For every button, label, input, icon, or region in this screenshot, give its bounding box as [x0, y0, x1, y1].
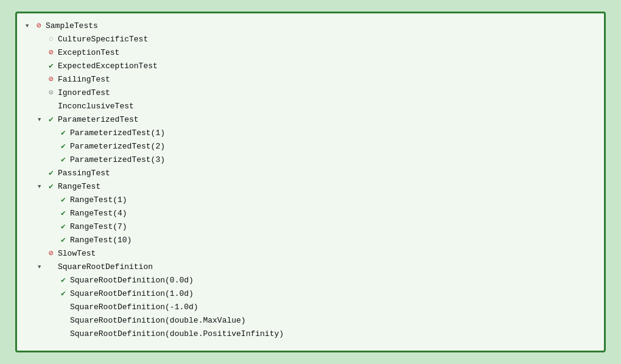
tree-item-label: ExceptionTest: [58, 46, 119, 60]
icon-none: [58, 327, 68, 341]
tree-arrow[interactable]: ▼: [26, 19, 34, 33]
tree-item[interactable]: ✔ParameterizedTest(1): [26, 127, 595, 140]
tree-item-label: ParameterizedTest: [58, 113, 139, 127]
tree-item[interactable]: ▼✔RangeTest: [26, 180, 595, 194]
tree-arrow[interactable]: [38, 46, 46, 60]
tree-item-label: SquareRootDefinition(double.PositiveInfi…: [70, 327, 284, 341]
tree-item-label: SquareRootDefinition(1.0d): [70, 287, 194, 301]
tree-item[interactable]: ⊘FailingTest: [26, 73, 595, 86]
test-tree-panel: ▼⊘SampleTests ○CultureSpecificTest ⊘Exce…: [15, 12, 606, 352]
icon-pass: ✔: [46, 167, 56, 180]
tree-arrow[interactable]: [50, 234, 58, 247]
tree-item[interactable]: SquareRootDefinition(double.PositiveInfi…: [26, 327, 595, 341]
tree-arrow[interactable]: [50, 327, 58, 341]
tree-arrow[interactable]: [38, 60, 46, 73]
tree-item[interactable]: ✔RangeTest(7): [26, 220, 595, 234]
icon-fail: ⊘: [46, 46, 56, 60]
tree-item-label: ParameterizedTest(1): [70, 127, 165, 140]
tree-arrow[interactable]: [38, 167, 46, 180]
tree-item[interactable]: InconclusiveTest: [26, 100, 595, 113]
icon-fail: ⊘: [34, 19, 44, 33]
tree-arrow[interactable]: [50, 287, 58, 301]
icon-fail: ⊘: [46, 73, 56, 86]
tree-arrow[interactable]: [38, 86, 46, 100]
tree-item[interactable]: ▼⊘SampleTests: [26, 19, 595, 33]
tree-item-label: SquareRootDefinition(-1.0d): [70, 301, 198, 314]
icon-pass: ✔: [46, 180, 56, 194]
tree-arrow[interactable]: [38, 33, 46, 46]
tree-item-label: PassingTest: [58, 167, 110, 180]
icon-none: [58, 314, 68, 327]
tree-item[interactable]: ▼ SquareRootDefinition: [26, 261, 595, 274]
icon-pass: ✔: [58, 207, 68, 220]
icon-pass: ✔: [58, 287, 68, 301]
tree-item[interactable]: ✔PassingTest: [26, 167, 595, 180]
tree-item[interactable]: ✔RangeTest(4): [26, 207, 595, 220]
tree-item-label: ExpectedExceptionTest: [58, 60, 158, 73]
tree-arrow[interactable]: [38, 100, 46, 113]
tree-arrow[interactable]: [38, 73, 46, 86]
tree-item-label: SquareRootDefinition: [58, 261, 153, 274]
tree-arrow[interactable]: [50, 127, 58, 140]
tree-arrow[interactable]: ▼: [38, 113, 46, 127]
tree-item[interactable]: ○CultureSpecificTest: [26, 33, 595, 46]
tree-item-label: RangeTest(1): [70, 194, 127, 207]
icon-pass: ✔: [58, 127, 68, 140]
tree-item[interactable]: ⊘ExceptionTest: [26, 46, 595, 60]
tree-item-label: ParameterizedTest(2): [70, 140, 165, 153]
tree-item-label: RangeTest: [58, 180, 100, 194]
tree-item[interactable]: SquareRootDefinition(-1.0d): [26, 301, 595, 314]
tree-item-label: ParameterizedTest(3): [70, 153, 165, 167]
tree-item-label: RangeTest(10): [70, 234, 132, 247]
tree-item-label: IgnoredTest: [58, 86, 110, 100]
tree-item-label: SquareRootDefinition(0.0d): [70, 274, 194, 287]
icon-fail: ⊘: [46, 247, 56, 261]
tree-item-label: CultureSpecificTest: [58, 33, 148, 46]
tree-arrow[interactable]: [50, 274, 58, 287]
tree-item[interactable]: ✔SquareRootDefinition(0.0d): [26, 274, 595, 287]
icon-none: [58, 301, 68, 314]
tree-arrow[interactable]: [50, 207, 58, 220]
icon-pass: ✔: [58, 234, 68, 247]
tree-item[interactable]: ✔ExpectedExceptionTest: [26, 60, 595, 73]
tree-arrow[interactable]: [38, 247, 46, 261]
tree-item[interactable]: ✔RangeTest(1): [26, 194, 595, 207]
tree-item[interactable]: ✔ParameterizedTest(2): [26, 140, 595, 153]
tree-item-label: SquareRootDefinition(double.MaxValue): [70, 314, 246, 327]
icon-pass: ✔: [46, 113, 56, 127]
icon-pass: ✔: [46, 60, 56, 73]
icon-pass: ✔: [58, 274, 68, 287]
tree-item-label: InconclusiveTest: [58, 100, 134, 113]
icon-empty: ○: [46, 33, 56, 46]
tree-item-label: FailingTest: [58, 73, 110, 86]
tree-arrow[interactable]: [50, 220, 58, 234]
tree-item-label: RangeTest(7): [70, 220, 127, 234]
icon-pass: ✔: [58, 194, 68, 207]
tree-arrow[interactable]: [50, 314, 58, 327]
tree-item[interactable]: ✔ParameterizedTest(3): [26, 153, 595, 167]
icon-none: [46, 261, 56, 274]
tree-arrow[interactable]: [50, 140, 58, 153]
tree-arrow[interactable]: [50, 194, 58, 207]
tree-item-label: SlowTest: [58, 247, 96, 261]
icon-pass: ✔: [58, 220, 68, 234]
icon-none: [46, 100, 56, 113]
icon-pass: ✔: [58, 153, 68, 167]
tree-item[interactable]: ✔SquareRootDefinition(1.0d): [26, 287, 595, 301]
tree-item-label: SampleTests: [46, 19, 98, 33]
tree-item-label: RangeTest(4): [70, 207, 127, 220]
tree-item[interactable]: ⊙IgnoredTest: [26, 86, 595, 100]
tree-arrow[interactable]: ▼: [38, 180, 46, 194]
icon-ignored: ⊙: [46, 86, 56, 100]
tree-item[interactable]: ✔RangeTest(10): [26, 234, 595, 247]
tree-item[interactable]: ▼✔ParameterizedTest: [26, 113, 595, 127]
tree-arrow[interactable]: [50, 153, 58, 167]
tree-arrow[interactable]: ▼: [38, 261, 46, 274]
tree-item[interactable]: ⊘SlowTest: [26, 247, 595, 261]
tree-arrow[interactable]: [50, 301, 58, 314]
icon-pass: ✔: [58, 140, 68, 153]
tree-item[interactable]: SquareRootDefinition(double.MaxValue): [26, 314, 595, 327]
